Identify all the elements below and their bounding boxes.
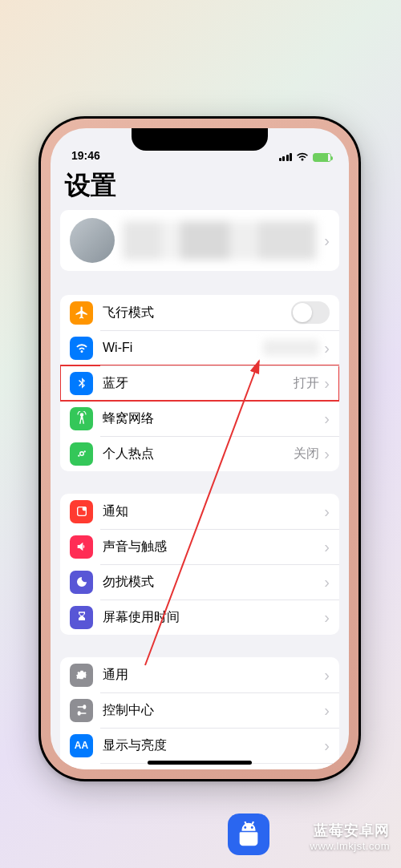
row-general[interactable]: 通用 › <box>60 657 339 692</box>
watermark-brand: 蓝莓安卓网 <box>310 821 390 840</box>
row-control-center[interactable]: 控制中心 › <box>60 692 339 728</box>
watermark-url: www.lmkjst.com <box>310 840 390 852</box>
row-bluetooth[interactable]: 蓝牙 打开 › <box>60 365 339 401</box>
svg-point-1 <box>82 507 86 511</box>
chevron-right-icon: › <box>324 538 330 556</box>
row-label: 蜂窝网络 <box>103 410 324 427</box>
home-indicator[interactable] <box>148 761 252 765</box>
svg-point-4 <box>244 826 246 829</box>
row-value: 打开 <box>294 375 319 392</box>
phone-frame: 19:46 设置 › 飞行模式 <box>38 116 361 781</box>
chevron-right-icon: › <box>324 573 330 591</box>
screen: 19:46 设置 › 飞行模式 <box>51 128 349 769</box>
row-label: 通知 <box>103 503 324 520</box>
row-value: 关闭 <box>294 446 319 462</box>
cellular-signal-icon <box>279 153 293 161</box>
display-icon: AA <box>70 734 93 757</box>
row-cellular[interactable]: 蜂窝网络 › <box>60 401 339 436</box>
sounds-icon <box>70 535 93 559</box>
chevron-right-icon: › <box>324 701 330 720</box>
svg-point-5 <box>251 826 253 829</box>
settings-group-general: 通用 › 控制中心 › AA 显示与亮度 › 辅助功能 › <box>60 657 339 769</box>
row-display[interactable]: AA 显示与亮度 › <box>60 728 339 763</box>
bluetooth-icon <box>70 372 93 395</box>
row-label: 屏幕使用时间 <box>103 609 324 626</box>
watermark-logo-icon <box>228 813 269 855</box>
page-title: 设置 <box>51 164 349 210</box>
chevron-right-icon: › <box>324 410 330 428</box>
redacted-name <box>123 221 316 260</box>
airplane-switch[interactable] <box>291 301 330 324</box>
watermark: 蓝莓安卓网 www.lmkjst.com <box>310 821 390 852</box>
row-label: 控制中心 <box>103 702 324 719</box>
row-label: Wi-Fi <box>103 341 263 355</box>
screentime-icon <box>70 606 93 629</box>
chevron-right-icon: › <box>324 503 330 521</box>
redacted-value <box>263 340 319 356</box>
row-wifi[interactable]: Wi-Fi › <box>60 330 339 365</box>
row-label: 飞行模式 <box>103 305 291 321</box>
notch <box>132 128 268 151</box>
row-hotspot[interactable]: 个人热点 关闭 › <box>60 436 339 471</box>
wifi-icon <box>70 337 93 360</box>
row-label: 通用 <box>103 667 324 684</box>
row-sounds[interactable]: 声音与触感 › <box>60 529 339 564</box>
row-label: 显示与亮度 <box>103 737 324 754</box>
row-dnd[interactable]: 勿扰模式 › <box>60 564 339 600</box>
status-time: 19:46 <box>71 149 100 162</box>
hotspot-icon <box>70 442 93 466</box>
airplane-icon <box>70 301 93 325</box>
chevron-right-icon: › <box>324 608 330 627</box>
chevron-right-icon: › <box>324 666 330 684</box>
cellular-icon <box>70 407 93 430</box>
wifi-status-icon <box>296 152 309 162</box>
dnd-icon <box>70 571 93 594</box>
chevron-right-icon: › <box>324 737 330 755</box>
settings-group-connectivity: 飞行模式 Wi-Fi › 蓝牙 打开 › <box>60 295 339 471</box>
chevron-right-icon: › <box>324 445 330 463</box>
battery-icon <box>313 153 331 162</box>
general-icon <box>70 664 93 687</box>
row-label: 勿扰模式 <box>103 574 324 591</box>
settings-group-notifications: 通知 › 声音与触感 › 勿扰模式 › 屏幕使 <box>60 494 339 635</box>
chevron-right-icon: › <box>324 374 330 393</box>
row-airplane-mode[interactable]: 飞行模式 <box>60 295 339 330</box>
row-label: 个人热点 <box>103 446 294 462</box>
chevron-right-icon: › <box>324 232 330 250</box>
row-label: 声音与触感 <box>103 539 324 555</box>
row-screentime[interactable]: 屏幕使用时间 › <box>60 600 339 635</box>
chevron-right-icon: › <box>324 339 330 357</box>
control-center-icon <box>70 699 93 722</box>
apple-id-row[interactable]: › <box>60 210 339 271</box>
row-notifications[interactable]: 通知 › <box>60 494 339 529</box>
notifications-icon <box>70 500 93 523</box>
avatar <box>70 218 115 263</box>
row-label: 蓝牙 <box>103 375 294 392</box>
